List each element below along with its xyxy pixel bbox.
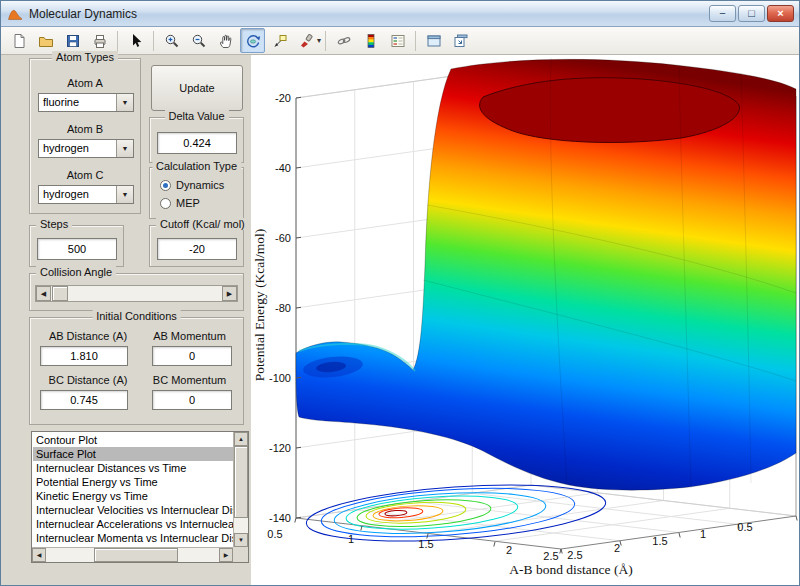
data-cursor-button[interactable] [267,28,292,53]
brush-data-button[interactable] [294,28,319,53]
delta-value-input[interactable] [157,132,237,154]
zoom-out-button[interactable] [186,28,211,53]
initial-conditions-panel: Initial Conditions AB Distance (A) AB Mo… [29,317,244,425]
horizontal-scrollbar[interactable]: ◀ ▶ [32,547,233,562]
show-plot-tools-dock-button[interactable] [448,28,473,53]
hide-plot-tools-button[interactable] [421,28,446,53]
slider-thumb[interactable] [52,286,68,301]
atom-a-select[interactable]: fluorine ▼ [38,93,134,112]
dynamics-radio-label[interactable]: Dynamics [176,179,224,191]
ab-momentum-label: AB Momentum [142,330,237,342]
svg-text:2.5: 2.5 [567,549,582,561]
scroll-left-arrow[interactable]: ◀ [32,548,46,562]
x-axis-label: A-B bond distance (Å) [509,562,632,577]
bc-distance-input[interactable] [40,390,128,410]
bc-momentum-input[interactable] [152,390,232,410]
bc-distance-label: BC Distance (A) [38,374,138,386]
window-controls: − □ × [709,5,794,22]
delta-value-panel: Delta Value [149,117,244,163]
svg-text:-80: -80 [275,302,291,314]
atom-c-select[interactable]: hydrogen ▼ [38,185,134,204]
figure-toolbar: ▾ [1,27,799,55]
scroll-down-arrow[interactable]: ▼ [234,533,248,547]
zoom-in-button[interactable] [159,28,184,53]
mep-radio-label[interactable]: MEP [176,197,200,209]
svg-text:1: 1 [700,528,706,540]
toolbar-separator [325,31,326,51]
save-figure-button[interactable] [60,28,85,53]
rotate-3d-button[interactable] [240,28,265,53]
steps-input[interactable] [37,238,117,260]
list-item[interactable]: Internuclear Velocities vs Internuclear … [33,503,233,517]
list-item[interactable]: Internuclear Distances vs Time [33,461,233,475]
plot-type-listbox[interactable]: Contour Plot Surface Plot Internuclear D… [31,431,249,563]
calculation-type-panel: Calculation Type Dynamics MEP [149,167,244,219]
vertical-scroll-thumb[interactable] [234,446,248,518]
link-plot-button[interactable] [331,28,356,53]
mep-radio[interactable] [160,198,171,209]
combo-arrow-icon[interactable]: ▼ [116,94,133,111]
z-axis-label: Potential Energy (Kcal/mol) [252,229,267,382]
titlebar[interactable]: Molecular Dynamics − □ × [1,1,799,27]
insert-colorbar-button[interactable] [358,28,383,53]
minimize-button[interactable]: − [709,5,736,22]
atom-b-label: Atom B [30,123,140,135]
bc-momentum-label: BC Momentum [142,374,237,386]
edit-plot-cursor-button[interactable] [123,28,148,53]
collision-angle-panel: Collision Angle ◀ ▶ [29,273,244,311]
new-figure-button[interactable] [6,28,31,53]
svg-text:0.5: 0.5 [267,528,282,540]
atom-a-label: Atom A [30,77,140,89]
app-icon [7,6,23,22]
list-item-selected[interactable]: Surface Plot [33,447,233,461]
update-button[interactable]: Update [151,65,243,111]
insert-legend-button[interactable] [385,28,410,53]
pan-hand-button[interactable] [213,28,238,53]
maximize-button[interactable]: □ [738,5,765,22]
slider-left-arrow[interactable]: ◀ [36,286,51,301]
ab-distance-label: AB Distance (A) [38,330,138,342]
horizontal-scroll-thumb[interactable] [94,548,178,562]
atom-b-select[interactable]: hydrogen ▼ [38,139,134,158]
cutoff-input[interactable] [157,238,237,260]
combo-arrow-icon[interactable]: ▼ [116,140,133,157]
open-file-button[interactable] [33,28,58,53]
ab-distance-input[interactable] [40,346,128,366]
svg-text:1: 1 [348,533,354,545]
ab-momentum-input[interactable] [152,346,232,366]
scroll-up-arrow[interactable]: ▲ [234,432,248,446]
app-window: Molecular Dynamics − □ × ▾ Atom [0,0,800,586]
svg-text:-20: -20 [275,92,291,104]
calculation-type-title: Calculation Type [152,160,241,172]
brush-dropdown-caret-icon[interactable]: ▾ [317,36,321,45]
atom-types-panel: Atom Types Atom A fluorine ▼ Atom B hydr… [29,58,141,214]
window-title: Molecular Dynamics [29,7,137,21]
slider-right-arrow[interactable]: ▶ [222,286,237,301]
client-area: Atom Types Atom A fluorine ▼ Atom B hydr… [1,55,799,585]
svg-text:-120: -120 [269,442,291,454]
list-item[interactable]: Kinetic Energy vs Time [33,489,233,503]
scroll-right-arrow[interactable]: ▶ [219,548,233,562]
dynamics-radio[interactable] [160,180,171,191]
list-item[interactable]: Internuclear Momenta vs Internuclear Dis… [33,531,233,545]
atom-c-value: hydrogen [43,188,89,200]
svg-text:1.5: 1.5 [652,535,667,547]
scrollbar-corner [233,547,248,562]
svg-text:2: 2 [506,544,512,556]
surface-mesh[interactable] [296,58,796,490]
initial-conditions-title: Initial Conditions [92,310,181,322]
delta-value-title: Delta Value [164,110,228,122]
collision-angle-slider[interactable]: ◀ ▶ [35,285,238,302]
list-item[interactable]: Contour Plot [33,433,233,447]
combo-arrow-icon[interactable]: ▼ [116,186,133,203]
list-item[interactable]: Potential Energy vs Time [33,475,233,489]
print-figure-button[interactable] [87,28,112,53]
vertical-scrollbar[interactable]: ▲ ▼ [233,432,248,547]
potential-energy-surface-plot[interactable]: -20 -40 -60 -80 -100 -120 -140 0.5 1 1.5… [251,55,800,586]
list-item[interactable]: Internuclear Accelerations vs Internucle… [33,517,233,531]
close-button[interactable]: × [767,5,794,22]
svg-text:-140: -140 [269,512,291,524]
toolbar-separator [415,31,416,51]
svg-text:1.5: 1.5 [418,538,433,550]
svg-text:0.5: 0.5 [737,521,752,533]
